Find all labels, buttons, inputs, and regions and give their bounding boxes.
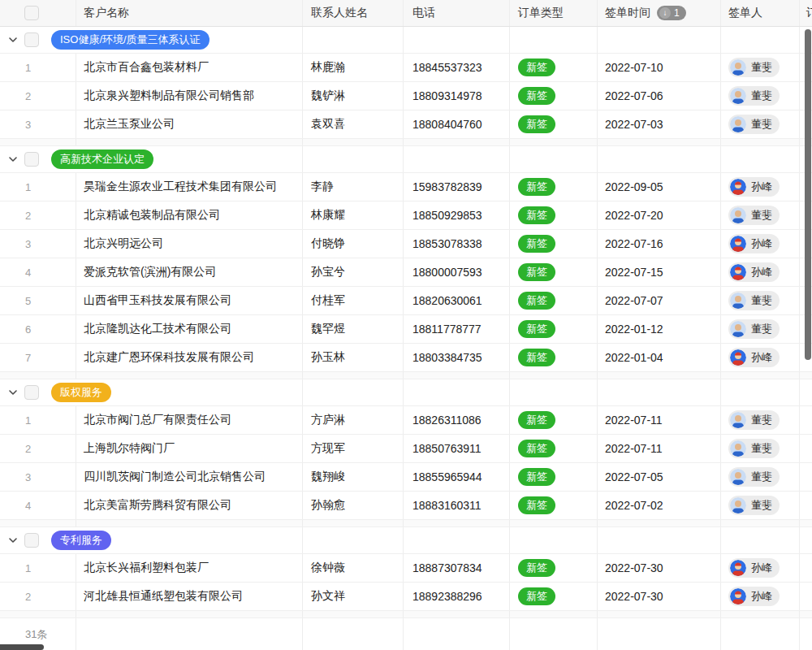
table-row[interactable]: 6北京隆凯达化工技术有限公司魏罕煜18811778777新签2022-01-12… xyxy=(0,315,812,344)
header-cell-select xyxy=(0,0,76,26)
contact-name: 林康耀 xyxy=(311,208,345,223)
group-header-row: 专利服务 xyxy=(0,527,812,554)
customer-name: 河北雄县恒通纸塑包装有限公司 xyxy=(84,589,243,604)
table-row[interactable]: 4爱派克软管(滨洲)有限公司孙宝兮18800007593新签2022-07-15… xyxy=(0,258,812,287)
row-index: 2 xyxy=(25,90,31,102)
group-empty-cell xyxy=(303,27,404,53)
order-type-badge: 新签 xyxy=(518,559,555,577)
signer-pill: 孙峰 xyxy=(728,587,780,606)
row-index: 1 xyxy=(25,62,31,74)
contact-name-cell: 方庐淋 xyxy=(303,406,404,434)
group-checkbox[interactable] xyxy=(24,32,39,47)
header-cell-signer[interactable]: 签单人 xyxy=(721,0,800,26)
customer-name-cell: 北京隆凯达化工技术有限公司 xyxy=(76,315,303,343)
contact-name: 魏铲淋 xyxy=(311,89,345,103)
header-cell-contact[interactable]: 联系人姓名 xyxy=(303,0,404,26)
table-row[interactable]: 3北京兰玉泵业公司袁双喜18808404760新签2022-07-03董斐 xyxy=(0,110,812,139)
separator-cell xyxy=(598,520,721,526)
table-row[interactable]: 1北京市阀门总厂有限责任公司方庐淋18826311086新签2022-07-11… xyxy=(0,406,812,435)
separator-cell xyxy=(404,520,510,526)
row-index: 2 xyxy=(25,210,31,222)
signer-pill: 孙峰 xyxy=(728,348,780,367)
separator-cell xyxy=(598,611,721,618)
signer-cell: 孙峰 xyxy=(721,554,800,582)
customer-name-cell: 四川凯茨阀门制造公司北京销售公司 xyxy=(76,463,303,491)
chevron-down-icon[interactable] xyxy=(8,535,18,545)
group-header-row: 版权服务 xyxy=(0,379,812,406)
sign-date: 2022-07-30 xyxy=(605,561,663,574)
order-type-cell: 新签 xyxy=(510,492,598,519)
row-index-cell: 5 xyxy=(0,287,76,314)
sign-date-cell: 2022-07-03 xyxy=(598,110,721,138)
signer-avatar xyxy=(730,440,746,457)
contact-name: 付桂军 xyxy=(311,293,345,308)
table-row[interactable]: 1北京长兴福利塑料包装厂徐钟薇18887307834新签2022-07-30孙峰 xyxy=(0,554,812,583)
header-cell-order-type[interactable]: 订单类型 xyxy=(510,0,598,26)
signer-cell: 董斐 xyxy=(721,315,800,343)
order-type-badge: 新签 xyxy=(518,411,555,429)
extra-cell xyxy=(800,554,812,582)
sign-date: 2022-01-12 xyxy=(605,323,663,336)
signer-name: 孙峰 xyxy=(751,589,772,604)
table-row[interactable]: 1昊瑞金生源农业工程技术集团有限公司李静15983782839新签2022-09… xyxy=(0,173,812,202)
table-row[interactable]: 5山西省甲玉科技发展有限公司付桂军18820630061新签2022-07-07… xyxy=(0,287,812,315)
separator-cell xyxy=(76,372,303,379)
table-row[interactable]: 2上海凯尔特阀门厂方现军18850763911新签2022-07-11董斐 xyxy=(0,435,812,463)
signer-cell: 董斐 xyxy=(721,202,800,229)
contact-name: 袁双喜 xyxy=(311,117,345,132)
separator-cell xyxy=(721,520,800,526)
order-type-cell: 新签 xyxy=(510,344,598,371)
contact-name-cell: 孙玉林 xyxy=(303,344,404,371)
table-row[interactable]: 2河北雄县恒通纸塑包装有限公司孙文祥18892388296新签2022-07-3… xyxy=(0,583,812,611)
group-separator-row xyxy=(0,139,812,146)
group-checkbox[interactable] xyxy=(24,152,39,167)
table-row[interactable]: 2北京精诚包装制品有限公司林康耀18850929853新签2022-07-20董… xyxy=(0,202,812,230)
group-empty-cell xyxy=(510,27,598,53)
group-empty-cell xyxy=(721,27,800,53)
group-empty-cell xyxy=(721,379,800,405)
sort-badge[interactable]: ↓1 xyxy=(657,6,686,20)
select-all-checkbox[interactable] xyxy=(24,6,39,20)
table-row[interactable]: 2北京泉兴塑料制品有限公司销售部魏铲淋18809314978新签2022-07-… xyxy=(0,82,812,110)
header-cell-customer[interactable]: 客户名称 xyxy=(76,0,303,26)
group-empty-cell xyxy=(510,146,598,172)
total-count: 31条 xyxy=(25,627,47,642)
customer-name-cell: 北京兴明远公司 xyxy=(76,230,303,258)
chevron-down-icon[interactable] xyxy=(8,35,18,45)
group-header-cell: ISO健康/环境/质量三体系认证 xyxy=(0,27,303,53)
sign-date: 2022-07-06 xyxy=(605,89,663,102)
group-header-row: ISO健康/环境/质量三体系认证 xyxy=(0,27,812,54)
table-row[interactable]: 4北京美富斯劳腾科贸有限公司孙翰愈18883160311新签2022-07-02… xyxy=(0,492,812,520)
customer-name: 上海凯尔特阀门厂 xyxy=(84,441,175,456)
column-label: 签单时间 xyxy=(605,6,650,20)
phone-cell: 18808404760 xyxy=(404,110,510,138)
header-cell-phone[interactable]: 电话 xyxy=(404,0,510,26)
table-row[interactable]: 3北京兴明远公司付晓铮18853078338新签2022-07-16孙峰 xyxy=(0,230,812,258)
signer-name: 孙峰 xyxy=(751,561,772,575)
signer-pill: 董斐 xyxy=(728,86,780,106)
table-row[interactable]: 3四川凯茨阀门制造公司北京销售公司魏翔峻18855965944新签2022-07… xyxy=(0,463,812,492)
group-checkbox[interactable] xyxy=(24,385,39,400)
contact-name: 付晓铮 xyxy=(311,236,345,251)
signer-pill: 孙峰 xyxy=(728,262,780,282)
table-row[interactable]: 7北京建广恩环保科技发展有限公司孙玉林18803384735新签2022-01-… xyxy=(0,344,812,372)
vertical-scrollbar-thumb[interactable] xyxy=(805,29,811,360)
signer-avatar xyxy=(730,264,746,280)
chevron-down-icon[interactable] xyxy=(8,154,18,164)
group-empty-cell xyxy=(800,379,812,405)
group-badge: ISO健康/环境/质量三体系认证 xyxy=(51,30,209,50)
header-cell-sign-date[interactable]: 签单时间↓1 xyxy=(598,0,721,26)
horizontal-scrollbar-thumb[interactable] xyxy=(0,644,44,650)
table-row[interactable]: 1北京市百合鑫包装材料厂林鹿瀚18845537323新签2022-07-10董斐 xyxy=(0,54,812,82)
chevron-down-icon[interactable] xyxy=(8,388,18,397)
row-index: 1 xyxy=(25,562,31,574)
separator-cell xyxy=(0,372,76,379)
row-index: 1 xyxy=(25,414,31,427)
phone-number: 15983782839 xyxy=(412,180,482,193)
signer-cell: 董斐 xyxy=(721,492,800,519)
phone-cell: 18892388296 xyxy=(404,583,510,610)
row-index-cell: 4 xyxy=(0,258,76,286)
group-checkbox[interactable] xyxy=(24,533,39,548)
signer-avatar xyxy=(730,321,746,337)
separator-cell xyxy=(598,372,721,379)
